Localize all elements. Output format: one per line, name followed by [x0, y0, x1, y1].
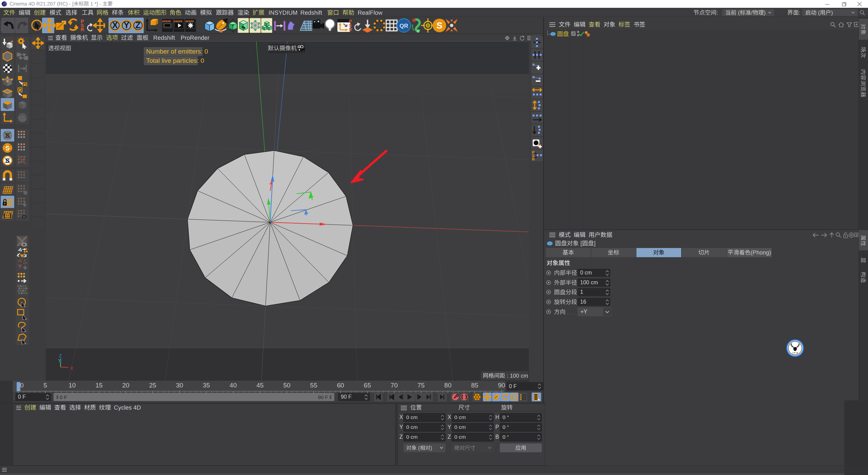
svg-text:S: S: [5, 157, 10, 164]
svg-text:Z: Z: [59, 353, 62, 358]
svg-text:R: R: [349, 27, 352, 32]
svg-text:S: S: [5, 145, 10, 152]
svg-text:Y: Y: [124, 20, 130, 30]
svg-text:S: S: [436, 20, 442, 31]
svg-text:R: R: [81, 27, 84, 32]
svg-text:Y: Y: [58, 358, 61, 363]
svg-text:R: R: [532, 157, 535, 161]
svg-text:QR: QR: [399, 23, 408, 29]
svg-text:S: S: [5, 132, 10, 139]
svg-text:Z: Z: [135, 20, 140, 30]
svg-text:X: X: [112, 20, 118, 30]
svg-text:X: X: [70, 366, 73, 371]
svg-text:P: P: [513, 395, 516, 400]
